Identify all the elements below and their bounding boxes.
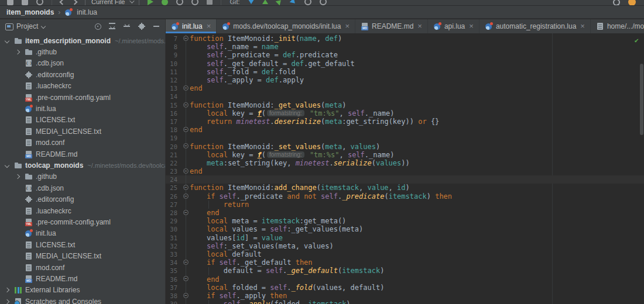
code-line[interactable]: 34− if self._get_default then [166,258,644,267]
close-icon[interactable]: × [417,23,422,29]
code-line[interactable]: 18−end [166,126,644,134]
tree-item[interactable]: LICENSE.txt [0,115,165,126]
save-icon[interactable] [22,0,28,5]
breadcrumb-file[interactable]: init.lua [77,8,97,16]
tree-item[interactable]: toolcap_monoids~/.minetest/mods.dev/tool… [0,160,165,171]
tree-item[interactable]: .luacheckrc [0,81,165,92]
open-file-icon[interactable] [7,0,13,5]
code-line[interactable]: 37 local folded = self._fold(values, def… [166,284,644,292]
code-line[interactable]: 21 local key = f(formatstring: "tm:%s", … [166,151,644,159]
close-icon[interactable]: × [207,23,211,29]
code-line[interactable]: 19 [166,134,644,142]
chevron-right-icon[interactable] [15,174,20,179]
code-line[interactable]: 24 [166,175,644,184]
chevron-right-icon[interactable] [5,288,9,292]
fold-marker[interactable]: − [177,192,186,201]
tree-item[interactable]: .cdb.json [0,182,165,194]
git-update-icon[interactable] [248,0,254,4]
inspections-ok-icon[interactable]: ✔ [635,36,639,44]
chevron-right-icon[interactable] [5,299,9,303]
editor-tab[interactable]: README.md× [355,19,428,33]
editor-tab[interactable]: automatic_registration.lua× [479,19,591,33]
tree-item[interactable]: init.lua [0,103,165,114]
chevron-down-icon[interactable] [5,38,9,43]
tree-item[interactable]: .editorconfig [0,194,165,205]
close-icon[interactable]: × [580,23,585,29]
fold-marker[interactable]: − [177,167,186,175]
code-line[interactable]: 30 local values = self:_get_values(meta) [166,225,644,233]
code-line[interactable]: 20−function ItemMonoid:_set_values(meta,… [166,142,644,150]
code-line[interactable]: 12 self._apply = def.apply [166,76,644,84]
stop-icon[interactable] [207,0,213,5]
breadcrumb-project[interactable]: item_monoids [6,8,54,16]
fold-marker[interactable]: − [177,275,186,283]
code-line[interactable]: 36− end [166,275,644,283]
fold-marker[interactable]: − [177,184,186,192]
forward-icon[interactable] [72,0,78,5]
history-icon[interactable] [304,0,311,5]
collapse-all-icon[interactable] [123,22,131,30]
fold-marker[interactable]: − [177,34,186,43]
search-icon[interactable] [612,0,620,6]
code-line[interactable]: 8 self._name = name [166,43,644,51]
tree-item[interactable]: .pre-commit-config.yaml [0,216,165,227]
code-line[interactable]: 15−function ItemMonoid:_get_values(meta) [166,101,644,109]
fold-open-icon[interactable]: − [183,36,189,41]
project-panel-title[interactable]: Project [16,22,38,30]
editor-tab[interactable]: api.lua× [428,19,479,33]
code-line[interactable]: 33 local default [166,250,644,258]
fold-marker[interactable]: − [177,101,186,109]
code-line[interactable]: 9 self._predicate = def.predicate [166,51,644,59]
fold-close-icon[interactable]: − [183,168,189,174]
notification-badge[interactable] [628,0,636,6]
code-line[interactable]: 23−end [166,167,644,175]
code-line[interactable]: 7−function ItemMonoid:_init(name, def) [166,34,644,43]
code-line[interactable]: 11 self._fold = def.fold [166,68,644,76]
editor-scrollbar[interactable] [640,64,643,135]
tree-item[interactable]: .luacheckrc [0,205,165,216]
refresh-icon[interactable] [36,0,43,5]
close-icon[interactable]: × [469,23,474,29]
fold-marker[interactable]: − [177,126,186,134]
git-compare-icon[interactable] [289,0,297,5]
git-push-icon[interactable] [275,0,283,5]
gear-icon[interactable] [138,22,146,30]
fold-marker[interactable]: − [177,209,186,217]
code-line[interactable]: 32 self:_set_values(meta, values) [166,242,644,250]
tree-item[interactable]: .github [0,46,165,57]
tree-item[interactable]: .pre-commit-config.yaml [0,92,165,103]
code-line[interactable]: 13−end [166,84,644,92]
tree-item[interactable]: item_description_monoid~/.minetest/mods.… [0,35,165,46]
tree-item[interactable]: Scratches and Consoles [0,296,165,304]
tree-item[interactable]: External Libraries [0,285,165,296]
close-icon[interactable]: × [345,23,350,29]
code-line[interactable]: 31 values[id] = value [166,234,644,242]
code-line[interactable]: 26− if self._predicate and not self._pre… [166,192,644,201]
editor-tab[interactable]: home/.../mod.conf× [591,19,644,33]
run-icon[interactable] [148,0,153,5]
code-line[interactable]: 14 [166,92,644,101]
git-commit-icon[interactable] [262,0,268,4]
fold-open-icon[interactable]: − [183,194,189,199]
select-opened-file-icon[interactable] [94,22,102,30]
chevron-down-icon[interactable] [41,24,46,29]
hide-panel-icon[interactable] [152,22,160,30]
fold-close-icon[interactable]: − [183,210,189,215]
fold-marker[interactable]: − [177,292,186,300]
code-line[interactable]: 35 default = self._get_default(itemstack… [166,267,644,275]
tree-item[interactable]: .github [0,171,165,182]
code-area[interactable]: 7−function ItemMonoid:_init(name, def)8 … [166,33,644,304]
tree-item[interactable]: README.md [0,148,165,160]
fold-open-icon[interactable]: − [183,102,189,108]
chevron-right-icon[interactable] [15,50,20,54]
tree-item[interactable]: README.md [0,273,165,284]
fold-close-icon[interactable]: − [183,127,189,132]
code-line[interactable]: 27 return [166,201,644,209]
tree-item[interactable]: .cdb.json [0,58,165,69]
tree-item[interactable]: mod.conf [0,262,165,273]
expand-all-icon[interactable] [108,22,117,30]
code-line[interactable]: 38− if self._apply then [166,292,644,300]
profiler-icon[interactable] [191,0,198,5]
code-line[interactable]: 29 local meta = itemstack:get_meta() [166,217,644,225]
fold-open-icon[interactable]: − [183,260,189,265]
